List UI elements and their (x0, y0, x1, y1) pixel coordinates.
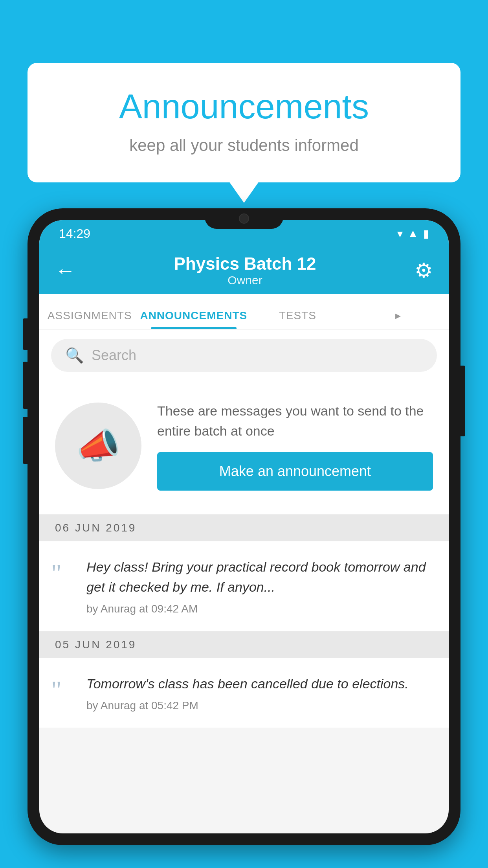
wifi-icon: ▾ (397, 227, 403, 240)
header-title: Physics Batch 12 (174, 254, 316, 274)
phone-button-volume-down (23, 362, 28, 409)
tab-announcements[interactable]: ANNOUNCEMENTS (140, 309, 247, 329)
phone-button-power (460, 366, 465, 436)
phone-wrapper: 14:29 ▾ ▲ ▮ ← Physics Batch 12 Owner ⚙ A… (28, 208, 460, 868)
announcement-text-1: Hey class! Bring your practical record b… (86, 557, 433, 597)
announcement-content-2: Tomorrow's class has been cancelled due … (86, 674, 433, 712)
status-time: 14:29 (59, 226, 90, 241)
announcement-item-2: " Tomorrow's class has been cancelled du… (39, 658, 449, 728)
phone-outer: 14:29 ▾ ▲ ▮ ← Physics Batch 12 Owner ⚙ A… (28, 208, 460, 845)
tab-assignments[interactable]: ASSIGNMENTS (39, 309, 140, 329)
search-bar[interactable]: 🔍 Search (51, 339, 437, 372)
make-announcement-button[interactable]: Make an announcement (157, 452, 433, 491)
signal-icon: ▲ (407, 227, 418, 240)
back-button[interactable]: ← (55, 259, 75, 282)
date-separator-1: 06 JUN 2019 (39, 515, 449, 541)
announcement-text-2: Tomorrow's class has been cancelled due … (86, 674, 433, 694)
search-input[interactable]: Search (92, 347, 136, 364)
speech-bubble-container: Announcements keep all your students inf… (28, 63, 460, 182)
phone-button-silent (23, 417, 28, 464)
search-container: 🔍 Search (39, 329, 449, 381)
phone-screen: 14:29 ▾ ▲ ▮ ← Physics Batch 12 Owner ⚙ A… (39, 220, 449, 833)
tabs-container: ASSIGNMENTS ANNOUNCEMENTS TESTS ▸ (39, 294, 449, 329)
megaphone-icon: 📣 (76, 425, 120, 467)
phone-button-volume-up (23, 318, 28, 350)
battery-icon: ▮ (423, 227, 429, 240)
announcement-icon-circle: 📣 (55, 403, 141, 489)
date-separator-2: 05 JUN 2019 (39, 631, 449, 658)
tab-tests[interactable]: TESTS (247, 309, 348, 329)
quote-icon-2: " (51, 677, 75, 703)
header-subtitle: Owner (174, 274, 316, 287)
announcement-item-1: " Hey class! Bring your practical record… (39, 541, 449, 631)
status-icons: ▾ ▲ ▮ (397, 227, 429, 240)
app-header: ← Physics Batch 12 Owner ⚙ (39, 247, 449, 294)
speech-bubble-title: Announcements (59, 86, 429, 127)
header-center: Physics Batch 12 Owner (174, 254, 316, 287)
search-icon: 🔍 (65, 347, 84, 364)
promo-content: These are messages you want to send to t… (157, 401, 433, 491)
announcement-meta-1: by Anurag at 09:42 AM (86, 603, 433, 615)
speech-bubble-subtitle: keep all your students informed (59, 136, 429, 155)
announcement-meta-2: by Anurag at 05:42 PM (86, 699, 433, 712)
promo-section: 📣 These are messages you want to send to… (39, 381, 449, 515)
promo-description: These are messages you want to send to t… (157, 401, 433, 441)
speech-bubble: Announcements keep all your students inf… (28, 63, 460, 182)
phone-notch (205, 208, 283, 229)
announcement-content-1: Hey class! Bring your practical record b… (86, 557, 433, 615)
settings-icon[interactable]: ⚙ (415, 259, 433, 282)
tab-more[interactable]: ▸ (348, 309, 449, 329)
phone-camera (239, 213, 249, 224)
quote-icon-1: " (51, 560, 75, 586)
